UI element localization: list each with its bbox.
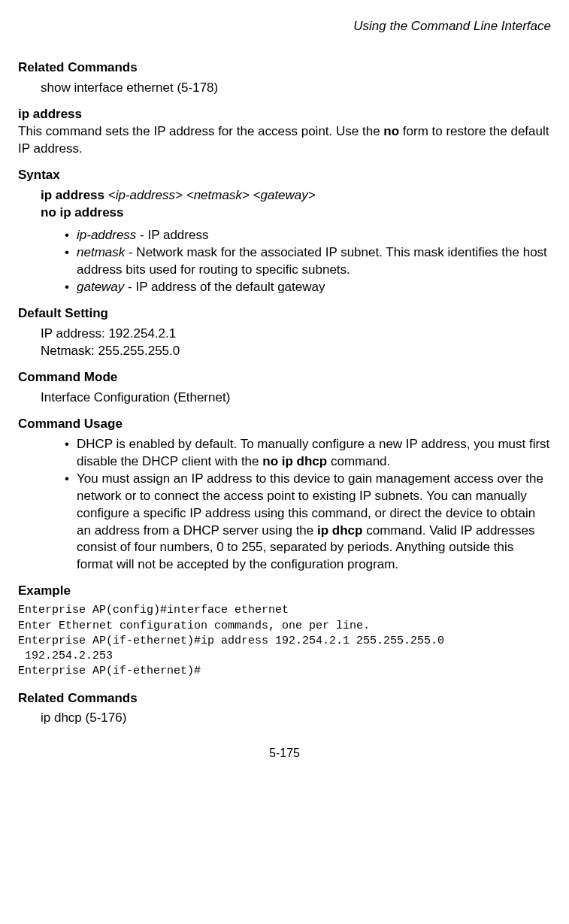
arg-desc: - IP address bbox=[136, 228, 208, 242]
syntax-args-list: ip-address - IP address netmask - Networ… bbox=[18, 227, 551, 296]
arg-name: ip-address bbox=[77, 228, 136, 242]
ip-address-title: ip address bbox=[18, 107, 82, 121]
related-commands-heading-2: Related Commands bbox=[18, 690, 551, 707]
example-code: Enterprise AP(config)#interface ethernet… bbox=[18, 603, 551, 679]
command-mode-text: Interface Configuration (Ethernet) bbox=[41, 389, 551, 407]
default-setting-heading: Default Setting bbox=[18, 305, 551, 323]
page-number: 5-175 bbox=[18, 745, 551, 762]
command-title: ip address bbox=[18, 106, 551, 123]
usage-bold: no ip dhcp bbox=[262, 454, 327, 468]
list-item: gateway - IP address of the default gate… bbox=[77, 279, 551, 296]
syntax-line2: no ip address bbox=[41, 204, 551, 222]
related-commands-heading-1: Related Commands bbox=[18, 59, 551, 77]
related-commands-text-2: ip dhcp (5-176) bbox=[41, 710, 551, 727]
list-item: You must assign an IP address to this de… bbox=[77, 471, 551, 574]
list-item: ip-address - IP address bbox=[77, 227, 551, 244]
syntax-line1: ip address <ip-address> <netmask> <gatew… bbox=[41, 187, 551, 204]
list-item: DHCP is enabled by default. To manually … bbox=[77, 436, 551, 471]
command-usage-list: DHCP is enabled by default. To manually … bbox=[18, 436, 551, 574]
default-ip: IP address: 192.254.2.1 bbox=[41, 326, 551, 343]
arg-desc: - Network mask for the associated IP sub… bbox=[77, 245, 547, 277]
arg-desc: - IP address of the default gateway bbox=[124, 280, 325, 294]
desc-part1: This command sets the IP address for the… bbox=[18, 124, 383, 138]
usage-bold: ip dhcp bbox=[317, 523, 362, 538]
example-heading: Example bbox=[18, 583, 551, 600]
syntax-cmd: ip address bbox=[41, 188, 108, 202]
arg-name: netmask bbox=[77, 245, 125, 259]
command-mode-heading: Command Mode bbox=[18, 369, 551, 386]
arg-name: gateway bbox=[77, 280, 124, 294]
default-netmask: Netmask: 255.255.255.0 bbox=[41, 343, 551, 360]
syntax-heading: Syntax bbox=[18, 167, 551, 184]
command-description: This command sets the IP address for the… bbox=[18, 123, 551, 158]
syntax-no-cmd: no ip address bbox=[41, 205, 124, 220]
syntax-args: <ip-address> <netmask> <gateway> bbox=[108, 188, 316, 202]
desc-bold: no bbox=[383, 124, 399, 138]
usage-text: command. bbox=[327, 454, 390, 468]
command-usage-heading: Command Usage bbox=[18, 416, 551, 433]
list-item: netmask - Network mask for the associate… bbox=[77, 244, 551, 279]
related-commands-text-1: show interface ethernet (5-178) bbox=[41, 80, 551, 97]
page-header: Using the Command Line Interface bbox=[18, 18, 551, 35]
